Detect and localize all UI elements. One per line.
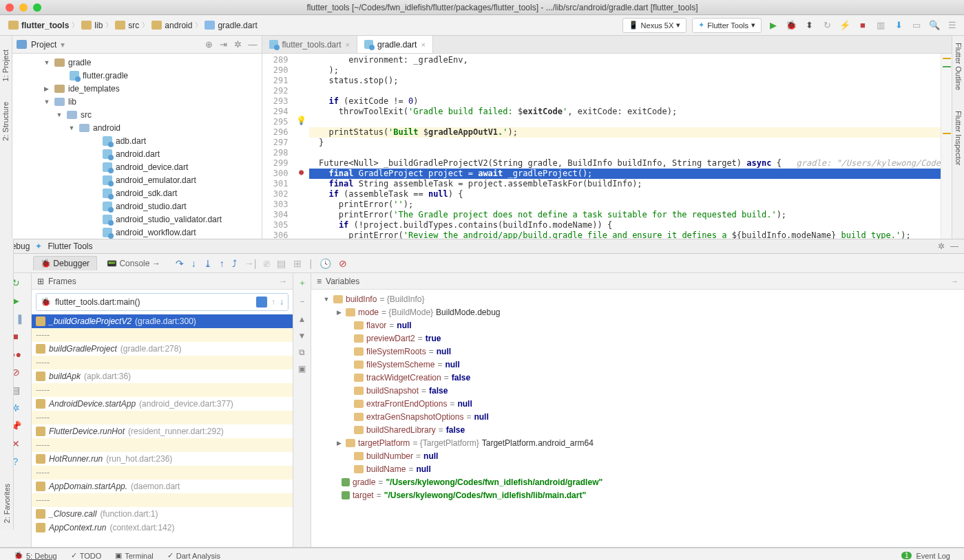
tree-node[interactable]: ▼lib xyxy=(12,95,262,108)
avd-button[interactable]: ▭ xyxy=(910,19,923,32)
frame-list[interactable]: _buildGradleProjectV2 (gradle.dart:300)-… xyxy=(32,314,293,547)
editor-tab[interactable]: flutter_tools.dart× xyxy=(262,36,357,53)
thread-selector[interactable]: 🐞 flutter_tools.dart:main() ↑↓ xyxy=(36,293,289,311)
stack-frame[interactable]: ----- xyxy=(32,438,293,452)
step-into-icon[interactable]: ↓ xyxy=(191,258,196,269)
tree-node[interactable]: android.dart xyxy=(12,147,262,160)
variable-row[interactable]: ▼buildInfo = {BuildInfo} xyxy=(311,292,964,305)
attach-button[interactable]: ⚡ xyxy=(839,19,851,32)
stack-frame[interactable]: AppDomain.startApp. (daemon.dart xyxy=(32,480,293,493)
tab-favorites[interactable]: 2: Favorites xyxy=(3,484,11,523)
stack-frame[interactable]: AppContext.run (context.dart:142) xyxy=(32,521,293,535)
hide-debug[interactable]: — xyxy=(950,241,958,251)
copy-icon[interactable]: ⧉ xyxy=(299,347,305,357)
tab-event-log[interactable]: Event Log xyxy=(916,552,950,560)
force-step-into-icon[interactable]: ⤓ xyxy=(204,258,212,269)
tree-node[interactable]: android_workflow.dart xyxy=(12,226,262,239)
stack-frame[interactable]: ----- xyxy=(32,383,293,397)
run-button[interactable]: ▶ xyxy=(767,19,779,32)
layout-button[interactable]: ▥ xyxy=(874,19,887,32)
variable-list[interactable]: ▼buildInfo = {BuildInfo}▶mode = {BuildMo… xyxy=(311,290,964,547)
stack-frame[interactable]: ----- xyxy=(32,466,293,480)
stack-frame[interactable]: AndroidDevice.startApp (android_device.d… xyxy=(32,397,293,411)
tree-node[interactable]: ▼android xyxy=(12,121,262,134)
error-stripe[interactable] xyxy=(941,54,952,239)
tree-node[interactable]: ▼gradle xyxy=(12,56,262,69)
stack-frame[interactable]: buildApk (apk.dart:36) xyxy=(32,369,293,383)
variable-row[interactable]: extraFrontEndOptions = null xyxy=(311,397,964,410)
stack-frame[interactable]: ----- xyxy=(32,411,293,424)
profile-button[interactable]: ↻ xyxy=(821,19,833,32)
stack-frame[interactable]: ----- xyxy=(32,493,293,507)
tree-node[interactable]: android_device.dart xyxy=(12,160,262,173)
eval-expr-icon[interactable]: ⎚ xyxy=(264,258,269,269)
coverage-button[interactable]: ⬍ xyxy=(803,19,815,32)
stop-button[interactable]: ■ xyxy=(857,19,869,32)
crumb-4[interactable]: gradle.dart xyxy=(202,21,260,30)
tab-debugger[interactable]: 🐞 Debugger xyxy=(33,256,97,270)
variable-row[interactable]: flavor = null xyxy=(311,319,964,332)
more-icon[interactable]: ☰ xyxy=(946,19,958,32)
variable-row[interactable]: ▶targetPlatform = {TargetPlatform} Targe… xyxy=(311,436,964,449)
variable-row[interactable]: ▶mode = {BuildMode} BuildMode.debug xyxy=(311,305,964,319)
target-icon[interactable]: ⊕ xyxy=(205,39,213,50)
tree-node[interactable]: adb.dart xyxy=(12,134,262,147)
max-dot[interactable] xyxy=(33,3,41,12)
step-out-icon[interactable]: ↑ xyxy=(220,258,224,269)
device-selector[interactable]: 📱Nexus 5X▾ xyxy=(622,18,687,33)
variable-row[interactable]: gradle = "/Users/kylewong/Codes/fwn_idle… xyxy=(311,475,964,488)
observe-icon[interactable]: ⊞ xyxy=(293,258,302,269)
variable-row[interactable]: fileSystemScheme = null xyxy=(311,358,964,371)
crumb-0[interactable]: flutter_tools xyxy=(6,21,72,30)
stack-frame[interactable]: _buildGradleProjectV2 (gradle.dart:300) xyxy=(32,314,293,328)
crumb-3[interactable]: android xyxy=(149,21,195,30)
crumb-2[interactable]: src xyxy=(112,21,142,30)
min-dot[interactable] xyxy=(19,3,28,12)
tab-console[interactable]: 📟 Console → xyxy=(100,257,167,270)
variable-row[interactable]: previewDart2 = true xyxy=(311,332,964,345)
project-tree[interactable]: ▼gradleflutter.gradle▶ide_templates▼lib▼… xyxy=(12,54,262,239)
tree-node[interactable]: android_studio.dart xyxy=(12,200,262,213)
tree-node[interactable]: android_studio_validator.dart xyxy=(12,213,262,226)
debug-button[interactable]: 🐞 xyxy=(785,19,797,32)
variable-row[interactable]: buildNumber = null xyxy=(311,449,964,462)
gear-icon[interactable]: ✲ xyxy=(938,241,945,251)
tab-debug[interactable]: 🐞 5: Debug xyxy=(14,551,57,560)
trace-icon[interactable]: ▤ xyxy=(277,258,286,269)
editor-tab[interactable]: gradle.dart× xyxy=(357,36,433,53)
stack-frame[interactable]: ----- xyxy=(32,328,293,342)
stack-frame[interactable]: buildGradleProject (gradle.dart:278) xyxy=(32,342,293,356)
step-over-icon[interactable]: ↷ xyxy=(176,258,184,269)
close-dot[interactable] xyxy=(6,3,14,12)
tree-node[interactable]: ▶ide_templates xyxy=(12,82,262,95)
inspect-icon[interactable]: ▣ xyxy=(298,364,306,374)
mute-bp-icon[interactable]: ⊘ xyxy=(339,258,347,269)
stack-frame[interactable]: FlutterDevice.runHot (resident_runner.da… xyxy=(32,424,293,438)
remove-watch-icon[interactable]: － xyxy=(298,296,306,308)
up-icon[interactable]: ▲ xyxy=(298,314,306,324)
variable-row[interactable]: buildSharedLibrary = false xyxy=(311,423,964,436)
variable-row[interactable]: trackWidgetCreation = false xyxy=(311,371,964,384)
stack-frame[interactable]: HotRunner.run (run_hot.dart:236) xyxy=(32,452,293,466)
variable-row[interactable]: fileSystemRoots = null xyxy=(311,345,964,358)
tab-structure[interactable]: 2: Structure xyxy=(1,102,10,141)
tree-node[interactable]: android_sdk.dart xyxy=(12,186,262,200)
tree-node[interactable]: flutter.gradle xyxy=(12,69,262,82)
variable-row[interactable]: buildName = null xyxy=(311,462,964,475)
drop-frame-icon[interactable]: ⤴ xyxy=(232,258,237,269)
collapse-icon[interactable]: ⇥ xyxy=(220,39,227,50)
down-icon[interactable]: ▼ xyxy=(298,331,306,341)
code-area[interactable]: environment: _gradleEnv, ); status.stop(… xyxy=(309,54,941,239)
add-watch-icon[interactable]: ＋ xyxy=(298,277,306,289)
variable-row[interactable]: extraGenSnapshotOptions = null xyxy=(311,410,964,423)
tree-node[interactable]: android_emulator.dart xyxy=(12,173,262,186)
stack-frame[interactable]: _Closure.call (function.dart:1) xyxy=(32,507,293,521)
project-label[interactable]: Project xyxy=(31,40,56,50)
tab-todo[interactable]: ✓ TODO xyxy=(71,551,102,560)
variable-row[interactable]: target = "/Users/kylewong/Codes/fwn_idle… xyxy=(311,488,964,502)
crumb-1[interactable]: lib xyxy=(78,21,105,30)
variable-row[interactable]: buildSnapshot = false xyxy=(311,384,964,397)
run-config-selector[interactable]: ✦Flutter Tools▾ xyxy=(692,18,762,33)
search-icon[interactable]: 🔍 xyxy=(928,19,941,32)
tab-dart-analysis[interactable]: ✓ Dart Analysis xyxy=(167,551,220,560)
